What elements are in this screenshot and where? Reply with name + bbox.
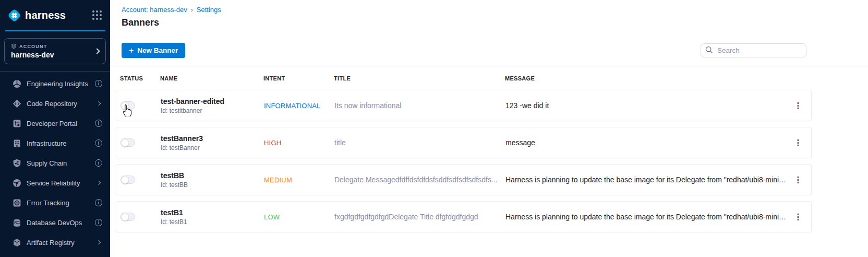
table-row: testB1 Id: testB1 LOW fxgdfgdfgdfgdfgdDe… [116, 201, 812, 232]
banner-name: testB1 [161, 208, 264, 217]
banner-id: Id: testBB [161, 181, 264, 189]
banner-message: Harness is planning to update the base i… [505, 213, 786, 221]
sidebar-item-service-reliability[interactable]: Service Reliability [0, 173, 110, 193]
sidebar-item-artifact-registry[interactable]: Artifact Registry [0, 232, 110, 252]
artifact-registry-icon [13, 238, 21, 247]
supply-chain-icon [13, 159, 21, 168]
app-grid-icon[interactable] [92, 10, 102, 20]
account-selector[interactable]: ACCOUNT harness-dev [4, 38, 106, 64]
logo-row: harness [0, 0, 110, 30]
banner-name: testBB [161, 171, 264, 180]
sidebar-item-label: Code Repository [27, 100, 92, 108]
info-icon[interactable]: i [95, 139, 102, 147]
table-row: testBB Id: testBB MEDIUM Delegate Messag… [116, 164, 812, 195]
service-reliability-icon [13, 179, 21, 188]
info-icon[interactable]: i [95, 80, 102, 87]
row-menu-button[interactable]: ⋮ [791, 210, 805, 224]
search-input[interactable] [701, 43, 806, 57]
status-toggle[interactable] [120, 213, 135, 221]
logo-text: harness [25, 9, 66, 21]
account-label: ACCOUNT [19, 44, 47, 49]
app-window: harness ACCOUNT harness-dev Engineering … [0, 0, 868, 257]
banner-id: Id: testBanner [161, 144, 264, 151]
logo-divider [5, 30, 105, 31]
banner-message: Harness is planning to update the base i… [505, 176, 786, 184]
banner-id: Id: testB1 [161, 218, 264, 226]
info-icon[interactable]: i [95, 199, 102, 206]
banner-title: Delegate Messagedfdffdsfdfdsfsddfsdfsdfs… [334, 176, 505, 184]
sidebar-item-code-repository[interactable]: Code Repository [0, 94, 110, 113]
table-row: test-banner-edited Id: testitbanner INFO… [116, 90, 812, 121]
intent-badge: INFORMATIONAL [264, 102, 334, 110]
sidebar-item-label: Infrastructure [27, 139, 90, 147]
row-menu-button[interactable]: ⋮ [791, 99, 805, 112]
toolbar: + New Banner [122, 43, 806, 58]
sidebar-item-label: Engineering Insights [27, 80, 90, 88]
banner-title: Its now informational [334, 101, 505, 110]
error-tracking-icon [13, 198, 21, 207]
breadcrumb-settings-link[interactable]: Settings [197, 6, 221, 14]
banner-title: title [334, 138, 505, 147]
name-cell: test-banner-edited Id: testitbanner [161, 97, 264, 114]
new-banner-label: New Banner [137, 46, 178, 54]
column-header-name: NAME [160, 75, 263, 81]
name-cell: testB1 Id: testB1 [161, 208, 264, 226]
sidebar-item-label: Database DevOps [27, 219, 90, 227]
sidebar-item-label: Error Tracking [27, 199, 90, 207]
info-icon[interactable]: i [95, 120, 102, 127]
info-icon[interactable]: i [95, 159, 102, 167]
sidebar-nav: Engineering Insights i Code Repository D… [0, 72, 110, 252]
banner-name: testBanner3 [161, 134, 264, 143]
banner-message: message [505, 138, 786, 147]
chevron-right-icon [94, 48, 100, 54]
intent-badge: MEDIUM [264, 176, 334, 184]
status-toggle[interactable] [120, 101, 135, 110]
breadcrumb-account-link[interactable]: Account: harness-dev [122, 6, 187, 14]
column-header-title: TITLE [334, 75, 505, 81]
banners-table: STATUS NAME INTENT TITLE MESSAGE test-ba… [116, 66, 812, 232]
sidebar-item-database-devops[interactable]: Database DevOps i [0, 213, 110, 232]
breadcrumb: Account: harness-dev › Settings [122, 6, 806, 14]
breadcrumb-separator: › [191, 6, 193, 14]
row-menu-button[interactable]: ⋮ [791, 173, 805, 186]
layers-icon [11, 43, 17, 49]
name-cell: testBanner3 Id: testBanner [161, 134, 264, 151]
sidebar-item-label: Supply Chain [27, 159, 90, 167]
table-header-row: STATUS NAME INTENT TITLE MESSAGE [116, 66, 812, 90]
new-banner-button[interactable]: + New Banner [122, 43, 185, 58]
main-content: Account: harness-dev › Settings Banners … [110, 0, 868, 257]
banner-name: test-banner-edited [161, 97, 264, 106]
code-repository-icon [13, 99, 21, 108]
banner-title: fxgdfgdfgdfgdfgdDelegate Title dfgfdgdfg… [334, 213, 505, 221]
banner-message: 123 -we did it [505, 101, 786, 110]
intent-badge: LOW [264, 213, 334, 221]
table-row: testBanner3 Id: testBanner HIGH title me… [116, 127, 812, 158]
status-toggle[interactable] [120, 176, 135, 184]
column-header-message: MESSAGE [505, 75, 787, 81]
harness-logo-icon [7, 8, 21, 22]
plus-icon: + [129, 46, 134, 55]
sidebar: harness ACCOUNT harness-dev Engineering … [0, 0, 110, 257]
column-header-status: STATUS [120, 75, 160, 81]
sidebar-item-error-tracking[interactable]: Error Tracking i [0, 193, 110, 213]
developer-portal-icon [13, 119, 21, 128]
infrastructure-icon [13, 139, 21, 148]
sidebar-item-engineering-insights[interactable]: Engineering Insights i [0, 74, 110, 94]
search-box [701, 43, 806, 57]
sidebar-item-label: Service Reliability [27, 179, 92, 187]
sidebar-item-developer-portal[interactable]: Developer Portal i [0, 113, 110, 133]
chevron-right-icon [97, 240, 101, 244]
intent-badge: HIGH [264, 139, 334, 147]
account-name: harness-dev [11, 51, 92, 59]
status-toggle[interactable] [120, 138, 135, 147]
chevron-right-icon [97, 101, 101, 106]
sidebar-item-supply-chain[interactable]: Supply Chain i [0, 153, 110, 173]
info-icon[interactable]: i [95, 219, 102, 226]
page-title: Banners [122, 17, 806, 28]
sidebar-item-label: Developer Portal [27, 120, 90, 127]
row-menu-button[interactable]: ⋮ [791, 136, 805, 149]
banner-id: Id: testitbanner [161, 107, 264, 114]
sidebar-item-label: Artifact Registry [27, 239, 92, 247]
database-devops-icon [13, 218, 21, 227]
sidebar-item-infrastructure[interactable]: Infrastructure i [0, 133, 110, 153]
